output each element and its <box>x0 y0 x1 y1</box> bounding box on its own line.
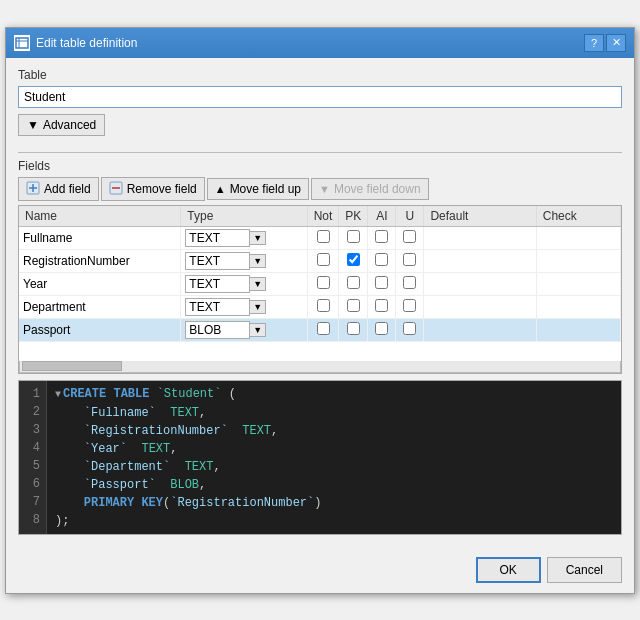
cancel-button[interactable]: Cancel <box>547 557 622 583</box>
col-name: Name <box>19 206 181 227</box>
field-u-cell[interactable] <box>396 226 424 249</box>
not-checkbox[interactable] <box>317 322 330 335</box>
field-ai-cell[interactable] <box>368 295 396 318</box>
col-pk: PK <box>339 206 368 227</box>
field-not-cell[interactable] <box>307 318 339 341</box>
pk-checkbox[interactable] <box>347 299 360 312</box>
field-ai-cell[interactable] <box>368 272 396 295</box>
field-ai-cell[interactable] <box>368 249 396 272</box>
close-button[interactable]: ✕ <box>606 34 626 52</box>
advanced-icon: ▼ <box>27 118 39 132</box>
field-type-cell[interactable]: ▼ <box>181 295 307 318</box>
advanced-label: Advanced <box>43 118 96 132</box>
scroll-thumb[interactable] <box>22 361 122 371</box>
advanced-button[interactable]: ▼ Advanced <box>18 114 105 136</box>
divider <box>18 152 622 153</box>
horizontal-scrollbar[interactable] <box>19 361 621 373</box>
field-u-cell[interactable] <box>396 295 424 318</box>
not-checkbox[interactable] <box>317 230 330 243</box>
col-u: U <box>396 206 424 227</box>
ok-button[interactable]: OK <box>476 557 541 583</box>
sql-scrollbar[interactable] <box>19 534 621 535</box>
type-dropdown-button[interactable]: ▼ <box>250 231 266 245</box>
pk-checkbox[interactable] <box>347 276 360 289</box>
u-checkbox[interactable] <box>403 299 416 312</box>
add-icon <box>26 181 40 197</box>
ai-checkbox[interactable] <box>375 299 388 312</box>
field-pk-cell[interactable] <box>339 249 368 272</box>
u-checkbox[interactable] <box>403 322 416 335</box>
svg-rect-0 <box>16 38 28 48</box>
field-default-cell <box>424 226 536 249</box>
help-button[interactable]: ? <box>584 34 604 52</box>
u-checkbox[interactable] <box>403 230 416 243</box>
move-down-button[interactable]: ▼ Move field down <box>311 178 429 200</box>
field-ai-cell[interactable] <box>368 318 396 341</box>
fields-section-label: Fields <box>18 159 622 173</box>
field-pk-cell[interactable] <box>339 295 368 318</box>
fields-toolbar: Add field Remove field ▲ Move field up ▼… <box>18 177 622 201</box>
u-checkbox[interactable] <box>403 253 416 266</box>
table-row[interactable]: RegistrationNumber▼ <box>19 249 621 272</box>
field-type-cell[interactable]: ▼ <box>181 272 307 295</box>
not-checkbox[interactable] <box>317 299 330 312</box>
field-not-cell[interactable] <box>307 226 339 249</box>
type-input[interactable] <box>185 275 250 293</box>
field-ai-cell[interactable] <box>368 226 396 249</box>
table-name-input[interactable] <box>18 86 622 108</box>
field-name-cell: Department <box>19 295 181 318</box>
type-input[interactable] <box>185 229 250 247</box>
not-checkbox[interactable] <box>317 276 330 289</box>
type-dropdown-button[interactable]: ▼ <box>250 254 266 268</box>
table-row[interactable]: Fullname▼ <box>19 226 621 249</box>
field-pk-cell[interactable] <box>339 272 368 295</box>
table-row[interactable]: Passport▼ <box>19 318 621 341</box>
field-type-cell[interactable]: ▼ <box>181 249 307 272</box>
field-name-cell: Passport <box>19 318 181 341</box>
pk-checkbox[interactable] <box>347 253 360 266</box>
ai-checkbox[interactable] <box>375 230 388 243</box>
dialog-body: Table ▼ Advanced Fields Add field <box>6 58 634 551</box>
fields-table-scroll[interactable]: Name Type Not PK AI U Default Check Full… <box>19 206 621 361</box>
type-dropdown-button[interactable]: ▼ <box>250 300 266 314</box>
field-pk-cell[interactable] <box>339 226 368 249</box>
add-field-button[interactable]: Add field <box>18 177 99 201</box>
type-input[interactable] <box>185 298 250 316</box>
table-row[interactable]: Year▼ <box>19 272 621 295</box>
remove-field-button[interactable]: Remove field <box>101 177 205 201</box>
type-dropdown-button[interactable]: ▼ <box>250 323 266 337</box>
edit-table-dialog: Edit table definition ? ✕ Table ▼ Advanc… <box>5 27 635 594</box>
field-check-cell <box>536 272 620 295</box>
move-up-button[interactable]: ▲ Move field up <box>207 178 309 200</box>
not-checkbox[interactable] <box>317 253 330 266</box>
sql-line-numbers: 12345678 <box>19 381 47 534</box>
field-name-cell: Year <box>19 272 181 295</box>
field-default-cell <box>424 318 536 341</box>
u-checkbox[interactable] <box>403 276 416 289</box>
remove-icon <box>109 181 123 197</box>
remove-field-label: Remove field <box>127 182 197 196</box>
field-u-cell[interactable] <box>396 318 424 341</box>
field-not-cell[interactable] <box>307 272 339 295</box>
field-u-cell[interactable] <box>396 272 424 295</box>
field-not-cell[interactable] <box>307 295 339 318</box>
type-input[interactable] <box>185 321 250 339</box>
pk-checkbox[interactable] <box>347 230 360 243</box>
move-down-icon: ▼ <box>319 183 330 195</box>
ai-checkbox[interactable] <box>375 276 388 289</box>
ai-checkbox[interactable] <box>375 253 388 266</box>
table-row[interactable]: Department▼ <box>19 295 621 318</box>
field-check-cell <box>536 295 620 318</box>
field-not-cell[interactable] <box>307 249 339 272</box>
pk-checkbox[interactable] <box>347 322 360 335</box>
field-type-cell[interactable]: ▼ <box>181 318 307 341</box>
field-type-cell[interactable]: ▼ <box>181 226 307 249</box>
type-input[interactable] <box>185 252 250 270</box>
dialog-icon <box>14 35 30 51</box>
field-u-cell[interactable] <box>396 249 424 272</box>
ai-checkbox[interactable] <box>375 322 388 335</box>
sql-area-container: 12345678 ▼CREATE TABLE `Student` ( `Full… <box>18 380 622 535</box>
type-dropdown-button[interactable]: ▼ <box>250 277 266 291</box>
field-pk-cell[interactable] <box>339 318 368 341</box>
add-field-label: Add field <box>44 182 91 196</box>
